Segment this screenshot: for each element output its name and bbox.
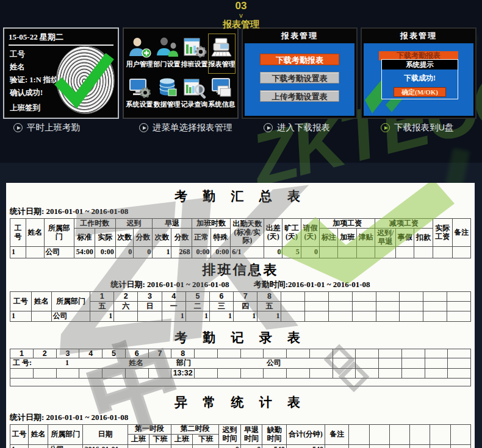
department-icon [155, 37, 179, 59]
monitor-folder-icon [210, 77, 234, 99]
header-cell [389, 424, 409, 444]
header-cell: 迟到时间 [219, 424, 241, 444]
download-setting-button[interactable]: 下载考勤设置表 [260, 72, 339, 84]
header-cell: 6 [209, 292, 233, 302]
date-bar: 15-05-22 星期二 [9, 32, 113, 46]
header-cell [410, 424, 430, 444]
cell: 1 [185, 311, 209, 322]
cell: 5 [103, 349, 126, 358]
header-cell [305, 292, 329, 302]
cell [309, 349, 333, 358]
header-cell [352, 302, 376, 311]
menu-item-report-mgmt[interactable]: 报表管理 [208, 34, 236, 74]
cell [193, 444, 219, 448]
header-cell: 加项工资 [320, 219, 375, 229]
header-cell: 日期 [83, 424, 128, 444]
cell [379, 349, 402, 358]
emp-no-value: 1 [65, 359, 69, 368]
menu-item-data-mgmt[interactable]: 数据管理 [153, 74, 181, 114]
header-cell: 工号 [10, 424, 29, 444]
header-cell: 上班 [128, 434, 149, 444]
header-cell: 迟到 [115, 219, 153, 229]
menu-item-record-query[interactable]: 记录查询 [181, 74, 208, 114]
cell [264, 349, 287, 358]
cell [333, 358, 356, 369]
upload-setting-button[interactable]: 上传考勤设置表 [260, 90, 339, 102]
cell [425, 369, 448, 378]
caption-label: 平时上班考勤 [27, 122, 80, 133]
cell [356, 369, 379, 378]
cell [305, 311, 329, 322]
caption-step-2: 进菜单选择报表管理 [139, 122, 232, 133]
menu-item-shift-setting[interactable]: 排班设置 [181, 34, 208, 74]
cell [149, 444, 171, 448]
header-cell [450, 424, 470, 444]
header-cell: 7 [234, 292, 257, 302]
cell: 0 [240, 444, 262, 448]
cell: 54:00 [74, 247, 95, 258]
cell [401, 369, 425, 378]
cell [171, 444, 193, 448]
screen-title: 报表管理 [362, 29, 475, 43]
menu-item-user-mgmt[interactable]: 用户管理 [126, 34, 153, 74]
header-cell [349, 424, 369, 444]
cell [447, 311, 471, 322]
chevron-down-icon: v [0, 12, 482, 19]
cell: 公司 [51, 311, 90, 322]
header-cell: 第二时段 [171, 424, 219, 434]
download-report-button[interactable]: 下载考勤报表 [260, 54, 339, 65]
menu-item-system-setting[interactable]: 系统设置 [126, 74, 153, 114]
cell: 1 [90, 311, 114, 322]
cell [396, 247, 414, 258]
dialog-message: 下载成功! [382, 73, 458, 84]
report-printer-icon [210, 37, 234, 59]
menu-item-system-info[interactable]: 系统信息 [208, 74, 236, 114]
dept-value: 公司 [267, 359, 281, 368]
header-cell [400, 302, 423, 311]
cell: 5 [282, 247, 301, 258]
cell: 0 [115, 247, 134, 258]
cell [103, 369, 126, 378]
cell: 1 [257, 311, 281, 322]
cell [401, 349, 425, 358]
abnormal-statistics-table: 工号 姓名 所属部门 日期 第一时段 第二时段 迟到时间 早退时间 缺勤时间 合… [10, 424, 471, 448]
schedule-table-title: 排班信息表 [10, 261, 471, 279]
header-cell: 姓名 [29, 424, 48, 444]
cell: 6/1 [231, 247, 264, 258]
empty-row [10, 378, 471, 386]
header-cell: 事假 [396, 229, 414, 247]
employee-info-row: 工 号: 1 姓名 部门 公司 [10, 358, 333, 369]
report-preview-panel: ZK 中 考 勤 汇 总 表 统计日期: 2016-01-01 ~ 2016-0… [6, 183, 475, 448]
cell [349, 444, 369, 448]
header-cell: 减项工资 [375, 219, 433, 229]
cell [448, 349, 471, 358]
cell: 1 [10, 444, 29, 448]
cell [333, 349, 356, 358]
cell [369, 444, 389, 448]
screen-body: 下载考勤报表 下载考勤设置表 上传考勤设置表 [245, 43, 354, 116]
header-cell: 3 [138, 292, 162, 302]
caption-step-4: 下载报表到U盘 [381, 122, 453, 133]
summary-table-title: 考 勤 汇 总 表 [10, 188, 471, 205]
menu-label: 数据管理 [153, 100, 181, 109]
ok-button[interactable]: 确定(M/OK) [394, 87, 446, 97]
header-cell: 出勤天数(标准/实际) [231, 219, 264, 247]
cell: 0 [301, 247, 319, 258]
cell [329, 311, 353, 322]
menu-label: 排班设置 [181, 60, 208, 69]
page-title: 报表管理 [0, 19, 482, 29]
menu-label: 系统设置 [126, 100, 153, 109]
cell: 0 [134, 247, 153, 258]
device-screen-report-menu: 报表管理 下载考勤报表 下载考勤设置表 上传考勤设置表 [242, 27, 358, 119]
header-cell: 扣款 [414, 229, 433, 247]
cell [29, 444, 48, 448]
cell [31, 311, 51, 322]
header-cell: 五 [257, 302, 281, 311]
cell: 公司 [48, 444, 82, 448]
schedule-stat-date: 统计日期: 2016-01-01 ~ 2016-01-08 [110, 280, 229, 289]
device-screen-menu: 用户管理 部门设置 排班设置 [123, 27, 239, 119]
play-circle-icon [13, 123, 23, 132]
menu-item-dept-setting[interactable]: 部门设置 [153, 34, 181, 74]
cell [379, 358, 402, 369]
header-cell: 次数 [115, 229, 134, 247]
